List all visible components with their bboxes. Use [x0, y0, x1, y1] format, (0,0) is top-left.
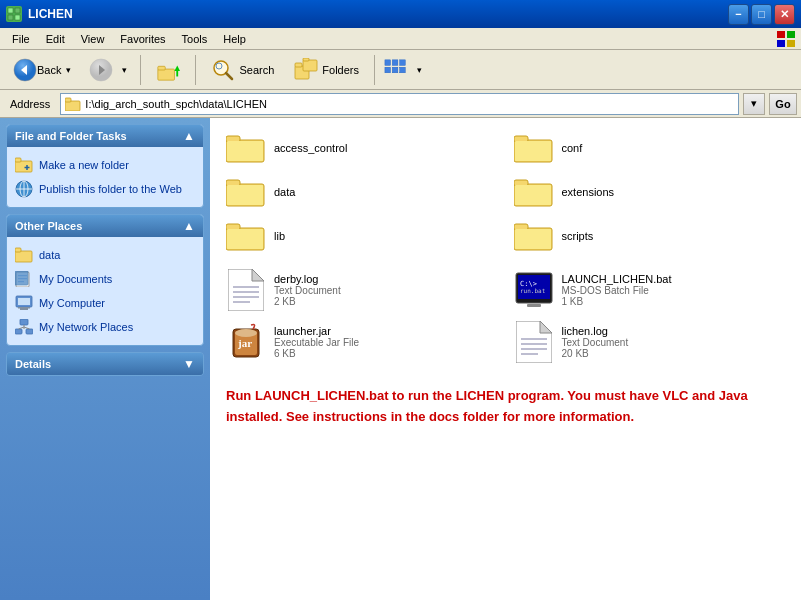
launcher-jar-name: launcher.jar — [274, 325, 359, 337]
other-places-header[interactable]: Other Places ▲ — [7, 215, 203, 237]
svg-rect-31 — [15, 161, 32, 172]
folder-access-control-name: access_control — [274, 142, 347, 154]
svg-line-17 — [226, 73, 232, 79]
derby-log-type: Text Document — [274, 285, 341, 296]
menu-help[interactable]: Help — [215, 31, 254, 47]
maximize-button[interactable]: □ — [751, 4, 772, 25]
details-collapse-icon: ▼ — [183, 357, 195, 371]
svg-rect-23 — [385, 59, 391, 65]
menu-file[interactable]: File — [4, 31, 38, 47]
up-button[interactable] — [147, 53, 189, 87]
text-file-icon-2 — [514, 322, 554, 362]
folder-conf[interactable]: conf — [508, 128, 792, 168]
svg-rect-49 — [18, 307, 30, 309]
svg-rect-25 — [400, 59, 406, 65]
svg-rect-0 — [8, 8, 13, 13]
svg-rect-28 — [400, 67, 406, 73]
address-dropdown[interactable]: ▾ — [743, 93, 765, 115]
lichen-log-info: lichen.log Text Document 20 KB — [562, 325, 629, 359]
folder-extensions[interactable]: extensions — [508, 172, 792, 212]
svg-rect-5 — [787, 31, 795, 38]
svg-rect-4 — [777, 31, 785, 38]
windows-flag-icon — [775, 28, 797, 50]
svg-rect-20 — [295, 63, 302, 67]
other-places-title: Other Places — [15, 220, 82, 232]
forward-dropdown[interactable]: ▾ — [117, 58, 131, 82]
file-derby-log[interactable]: derby.log Text Document 2 KB — [220, 266, 504, 314]
svg-rect-32 — [15, 158, 21, 162]
close-button[interactable]: ✕ — [774, 4, 795, 25]
address-label: Address — [4, 98, 56, 110]
menu-edit[interactable]: Edit — [38, 31, 73, 47]
svg-rect-40 — [15, 248, 21, 252]
other-places-my-computer[interactable]: My Computer — [11, 291, 199, 315]
back-dropdown[interactable]: ▾ — [61, 58, 75, 82]
folder-data[interactable]: data — [220, 172, 504, 212]
file-launcher-jar[interactable]: jar launcher.jar Executable Jar File 6 K… — [220, 318, 504, 366]
network-label: My Network Places — [39, 321, 133, 333]
folder-icon — [226, 176, 266, 208]
publish-web-link[interactable]: Publish this folder to the Web — [11, 177, 199, 201]
folder-icon — [514, 132, 554, 164]
address-bar: Address I:\dig_arch_south_spch\data\LICH… — [0, 90, 801, 118]
info-text: Run LAUNCH_LICHEN.bat to run the LICHEN … — [220, 376, 791, 438]
window-title: LICHEN — [28, 7, 728, 21]
go-button[interactable]: Go — [769, 93, 797, 115]
file-tasks-header[interactable]: File and Folder Tasks ▲ — [7, 125, 203, 147]
folders-icon — [294, 58, 318, 82]
my-computer-label: My Computer — [39, 297, 105, 309]
other-places-content: data My Documents — [7, 237, 203, 345]
network-icon — [15, 318, 33, 336]
view-button[interactable]: ▾ — [381, 53, 429, 87]
derby-log-info: derby.log Text Document 2 KB — [274, 273, 341, 307]
address-folder-icon — [65, 97, 81, 111]
svg-rect-84 — [527, 304, 541, 307]
search-button[interactable]: Search — [202, 53, 283, 87]
svg-rect-39 — [15, 251, 32, 262]
folder-icon — [514, 176, 554, 208]
svg-text:run.bat: run.bat — [520, 287, 546, 294]
menu-tools[interactable]: Tools — [174, 31, 216, 47]
view-dropdown[interactable]: ▾ — [412, 58, 426, 82]
address-input[interactable]: I:\dig_arch_south_spch\data\LICHEN — [60, 93, 739, 115]
svg-rect-50 — [20, 319, 28, 325]
file-launch-lichen[interactable]: C:\> run.bat LAUNCH_LICHEN.bat MS-DOS Ba… — [508, 266, 792, 314]
minimize-button[interactable]: − — [728, 4, 749, 25]
title-bar: LICHEN − □ ✕ — [0, 0, 801, 28]
lichen-log-name: lichen.log — [562, 325, 629, 337]
folder-icon — [514, 220, 554, 252]
menu-favorites[interactable]: Favorites — [112, 31, 173, 47]
lichen-log-type: Text Document — [562, 337, 629, 348]
svg-rect-58 — [227, 141, 263, 161]
publish-web-label: Publish this folder to the Web — [39, 183, 182, 195]
menu-view[interactable]: View — [73, 31, 113, 47]
lichen-log-size: 20 KB — [562, 348, 629, 359]
svg-rect-61 — [515, 141, 551, 161]
publish-web-icon — [15, 180, 33, 198]
details-header[interactable]: Details ▼ — [7, 353, 203, 375]
folder-scripts[interactable]: scripts — [508, 216, 792, 256]
sidebar: File and Folder Tasks ▲ Make a new folde… — [0, 118, 210, 600]
new-folder-label: Make a new folder — [39, 159, 129, 171]
search-label: Search — [239, 64, 274, 76]
folder-lib[interactable]: lib — [220, 216, 504, 256]
folders-button[interactable]: Folders — [285, 53, 368, 87]
svg-rect-13 — [158, 66, 165, 70]
other-places-data[interactable]: data — [11, 243, 199, 267]
file-tasks-panel: File and Folder Tasks ▲ Make a new folde… — [6, 124, 204, 208]
other-places-network[interactable]: My Network Places — [11, 315, 199, 339]
folder-access-control[interactable]: access_control — [220, 128, 504, 168]
back-label: Back — [37, 64, 61, 76]
file-lichen-log[interactable]: lichen.log Text Document 20 KB — [508, 318, 792, 366]
new-folder-link[interactable]: Make a new folder — [11, 153, 199, 177]
back-button[interactable]: Back ▾ — [4, 53, 84, 87]
title-buttons: − □ ✕ — [728, 4, 795, 25]
folder-data-name: data — [274, 186, 295, 198]
other-places-my-documents[interactable]: My Documents — [11, 267, 199, 291]
app-icon — [6, 6, 22, 22]
my-computer-icon — [15, 294, 33, 312]
launcher-jar-info: launcher.jar Executable Jar File 6 KB — [274, 325, 359, 359]
details-title: Details — [15, 358, 51, 370]
forward-button[interactable]: ▾ — [86, 53, 134, 87]
file-area: access_control conf — [210, 118, 801, 600]
